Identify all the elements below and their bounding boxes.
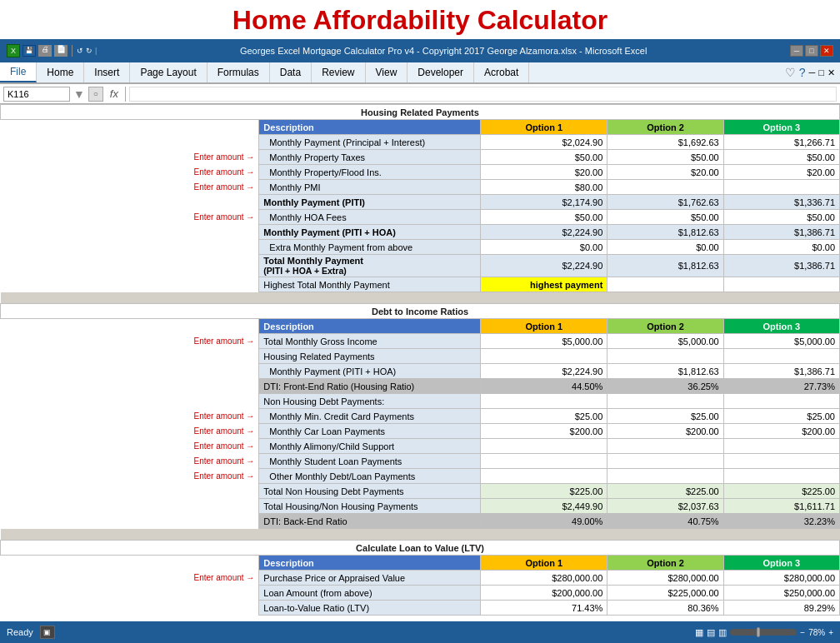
enter-dti-10: Enter amount → [1, 469, 259, 484]
dti-row10-label: Other Monthly Debt/Loan Payments [259, 469, 481, 484]
housing-row6-o3: $50.00 [723, 210, 839, 225]
expand-formula-icon[interactable]: ○ [88, 87, 103, 102]
dti-row3-o2: $1,812.63 [608, 364, 723, 379]
zoom-in-icon[interactable]: + [828, 628, 833, 637]
spreadsheet-area[interactable]: Housing Related Payments Description Opt… [0, 104, 840, 624]
cell-reference-input[interactable] [3, 87, 70, 102]
question-icon[interactable]: ? [799, 66, 806, 79]
empty [1, 586, 259, 601]
enter-dti-6: Enter amount → [1, 409, 259, 424]
minimize-button[interactable]: ─ [790, 45, 803, 57]
excel-title-bar: X 💾 🖨 📄 ↺ ↻ | Georges Excel Mortgage Cal… [0, 39, 840, 62]
tab-view[interactable]: View [366, 62, 408, 82]
ltv-row1-o2: $280,000.00 [608, 571, 723, 586]
table-row: Enter amount → Monthly Student Loan Paym… [1, 454, 840, 469]
dti-row13-o3: 32.23% [723, 514, 839, 529]
toolbar-icon2[interactable]: 📄 [54, 45, 68, 57]
dti-row1-label: Total Monthly Gross Income [259, 334, 481, 349]
housing-row7-o3: $1,386.71 [723, 225, 839, 240]
housing-row1-o2: $1,692.63 [608, 135, 723, 150]
dti-row7-o3: $200.00 [723, 424, 839, 439]
table-row: Total Non Housing Debt Payments $225.00 … [1, 484, 840, 499]
normal-view-icon[interactable]: ▦ [695, 627, 703, 638]
housing-row8-o2: $0.00 [608, 240, 723, 255]
housing-row10-label: Highest Total Monthly Payment [259, 277, 481, 292]
save-icon[interactable]: 💾 [22, 45, 36, 57]
ltv-desc-header: Description [259, 556, 481, 571]
zoom-slider[interactable] [730, 629, 797, 636]
housing-payments-table: Housing Related Payments Description Opt… [0, 104, 840, 624]
housing-row10-o1: highest payment [481, 277, 608, 292]
enter-ltv-1: Enter amount → [1, 571, 259, 586]
expand-cell-icon[interactable]: ▼ [73, 87, 85, 101]
housing-row8-o3: $0.00 [723, 240, 839, 255]
table-row: Monthly Payment (PITI + HOA) $2,224.90 $… [1, 225, 840, 240]
housing-opt1-header: Option 1 [481, 120, 608, 135]
maximize-button[interactable]: □ [805, 45, 818, 57]
tab-data[interactable]: Data [270, 62, 312, 82]
page-layout-icon[interactable]: ▤ [707, 627, 715, 638]
table-row: Enter amount → Total Monthly Gross Incom… [1, 334, 840, 349]
ribbon-close-icon[interactable]: ✕ [828, 67, 835, 78]
help-icon[interactable]: ♡ [785, 66, 796, 79]
table-row: Enter amount → Other Monthly Debt/Loan P… [1, 469, 840, 484]
empty [1, 484, 259, 499]
dti-row6-label: Monthly Min. Credit Card Payments [259, 409, 481, 424]
table-row: Enter amount → Monthly Car Loan Payments… [1, 424, 840, 439]
tab-insert[interactable]: Insert [84, 62, 130, 82]
housing-row9-o3: $1,386.71 [723, 255, 839, 277]
empty [1, 349, 259, 364]
empty [1, 499, 259, 514]
ribbon-expand-icon[interactable]: □ [818, 67, 824, 77]
table-row: Monthly Payment (PITI) $2,174.90 $1,762.… [1, 195, 840, 210]
page-break-icon[interactable]: ▥ [718, 627, 727, 638]
table-row: DTI: Front-End Ratio (Housing Ratio) 44.… [1, 379, 840, 394]
housing-row6-o1: $50.00 [481, 210, 608, 225]
tab-home[interactable]: Home [37, 62, 84, 82]
section-gap-row [1, 529, 840, 541]
ribbon-minimize-icon[interactable]: ─ [809, 67, 816, 77]
enter-dti-8: Enter amount → [1, 439, 259, 454]
dti-row7-o2: $200.00 [608, 424, 723, 439]
tab-file[interactable]: File [0, 62, 37, 82]
dti-row3-o1: $2,224.90 [481, 364, 608, 379]
table-row: Enter amount → Monthly Alimony/Child Sup… [1, 439, 840, 454]
excel-window-title: Georges Excel Mortgage Calculator Pro v4… [97, 46, 790, 56]
housing-row4-label: Monthly PMI [259, 180, 481, 195]
formula-input[interactable] [129, 87, 837, 102]
housing-row1-label: Monthly Payment (Principal + Interest) [259, 135, 481, 150]
housing-row1-o3: $1,266.71 [723, 135, 839, 150]
macro-icon[interactable]: ▣ [40, 626, 55, 639]
housing-opt3-header: Option 3 [723, 120, 839, 135]
table-row: Enter amount → Monthly HOA Fees $50.00 $… [1, 210, 840, 225]
housing-row9-label: Total Monthly Payment(PITI + HOA + Extra… [259, 255, 481, 277]
housing-row2-o2: $50.00 [608, 150, 723, 165]
dti-row12-o2: $2,037.63 [608, 499, 723, 514]
page-title: Home Affordability Calculator [0, 0, 840, 39]
tab-review[interactable]: Review [312, 62, 365, 82]
tab-developer[interactable]: Developer [408, 62, 474, 82]
enter-dti-9: Enter amount → [1, 454, 259, 469]
enter-amount-label: Enter amount → [1, 180, 259, 195]
dti-row13-o1: 49.00% [481, 514, 608, 529]
housing-row9-o1: $2,224.90 [481, 255, 608, 277]
table-row: Monthly Payment (PITI + HOA) $2,224.90 $… [1, 364, 840, 379]
enter-amount-label [1, 135, 259, 150]
tab-page-layout[interactable]: Page Layout [130, 62, 207, 82]
dti-opt2-header: Option 2 [608, 319, 723, 334]
housing-row6-o2: $50.00 [608, 210, 723, 225]
tab-formulas[interactable]: Formulas [208, 62, 270, 82]
housing-row7-o1: $2,224.90 [481, 225, 608, 240]
tab-acrobat[interactable]: Acrobat [474, 62, 529, 82]
enter-dti-7: Enter amount → [1, 424, 259, 439]
undo-icon[interactable]: ↺ [77, 47, 83, 55]
housing-row3-label: Monthly Property/Flood Ins. [259, 165, 481, 180]
toolbar-icon1[interactable]: 🖨 [38, 45, 52, 57]
empty [1, 379, 259, 394]
dti-row4-o1: 44.50% [481, 379, 608, 394]
zoom-out-icon[interactable]: − [800, 628, 805, 637]
redo-icon[interactable]: ↻ [86, 47, 92, 55]
table-row: Enter amount → Monthly Property Taxes $5… [1, 150, 840, 165]
main-content: Housing Related Payments Description Opt… [0, 104, 840, 624]
close-button[interactable]: ✕ [820, 45, 833, 57]
